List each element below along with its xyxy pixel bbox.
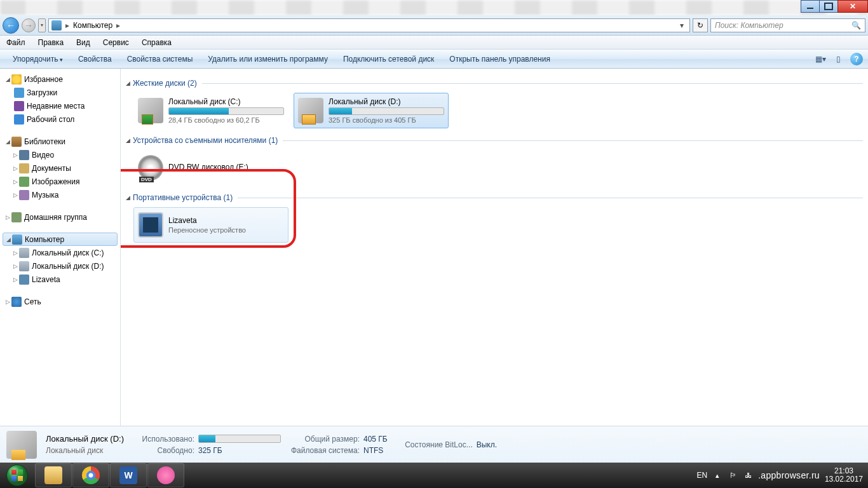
hdd-group-header[interactable]: ◢ Жесткие диски (2) — [126, 79, 863, 88]
sidebar-videos[interactable]: ▷Видео — [0, 148, 120, 161]
task-chrome[interactable] — [72, 463, 109, 487]
details-pane: Локальный диск (D:) Локальный диск Испол… — [0, 426, 868, 463]
taskbar: W EN ▴ 🏳 🖧 .appbrowser.ru 21:03 13.02.20… — [0, 463, 868, 488]
menu-file[interactable]: Файл — [0, 36, 32, 49]
command-bar: Упорядочить Свойства Свойства системы Уд… — [0, 50, 868, 69]
help-button[interactable]: ? — [850, 53, 863, 65]
task-itunes[interactable] — [147, 463, 184, 487]
address-bar[interactable]: ▸ Компьютер ▸ ▾ — [48, 18, 690, 32]
portable-icon — [19, 274, 29, 285]
menu-bar: Файл Правка Вид Сервис Справка — [0, 36, 868, 50]
details-drive-icon — [6, 431, 37, 459]
recent-icon — [14, 101, 24, 111]
flag-icon[interactable]: 🏳 — [728, 470, 738, 480]
drive-c-tile[interactable]: Локальный диск (C:) 28,4 ГБ свободно из … — [133, 93, 288, 128]
drive-icon — [19, 261, 29, 271]
breadcrumb-arrow-icon[interactable]: ▸ — [64, 21, 71, 30]
sidebar-drive-c[interactable]: ▷Локальный диск (C:) — [0, 246, 120, 259]
documents-icon — [19, 163, 29, 173]
music-icon — [19, 190, 29, 200]
forward-button[interactable]: → — [22, 18, 36, 32]
word-icon: W — [119, 466, 137, 484]
sidebar-documents[interactable]: ▷Документы — [0, 161, 120, 175]
close-button[interactable] — [837, 0, 868, 13]
dvd-icon — [138, 155, 163, 180]
portable-group-header[interactable]: ◢ Портативные устройства (1) — [126, 193, 863, 202]
favorites-group[interactable]: ◢Избранное — [0, 72, 120, 86]
breadcrumb-arrow-icon[interactable]: ▸ — [115, 21, 121, 30]
network-item[interactable]: ▷Сеть — [0, 295, 120, 308]
sidebar-lizaveta[interactable]: ▷Lizaveta — [0, 273, 120, 286]
star-icon — [11, 74, 22, 85]
lizaveta-tile[interactable]: Lizaveta Переносное устройство — [133, 207, 288, 243]
removable-group-header[interactable]: ◢ Устройства со съемными носителями (1) — [126, 136, 863, 145]
video-icon — [19, 150, 29, 160]
sidebar-pictures[interactable]: ▷Изображения — [0, 175, 120, 188]
maximize-button[interactable] — [819, 0, 838, 13]
itunes-icon — [157, 466, 175, 484]
task-word[interactable]: W — [110, 463, 147, 487]
menu-help[interactable]: Справка — [135, 36, 178, 49]
network-tray-icon[interactable]: 🖧 — [743, 470, 753, 480]
back-button[interactable]: ← — [3, 17, 19, 34]
windows-logo-icon — [6, 464, 28, 486]
computer-item[interactable]: ◢Компьютер — [3, 233, 118, 246]
navigation-pane: ◢Избранное Загрузки Недавние места Рабоч… — [0, 69, 121, 426]
language-indicator[interactable]: EN — [696, 471, 707, 480]
system-tray: EN ▴ 🏳 🖧 .appbrowser.ru 21:03 13.02.2017 — [696, 467, 868, 484]
capacity-bar — [329, 107, 444, 115]
start-button[interactable] — [0, 463, 34, 488]
watermark-text: .appbrowser.ru — [758, 470, 820, 480]
homegroup-item[interactable]: ▷Домашняя группа — [0, 210, 120, 224]
organize-button[interactable]: Упорядочить — [5, 52, 71, 66]
drive-d-tile[interactable]: Локальный диск (D:) 325 ГБ свободно из 4… — [294, 93, 449, 128]
background-blur — [0, 0, 868, 15]
libraries-icon — [11, 137, 22, 147]
view-mode-button[interactable]: ▦▾ — [812, 52, 829, 66]
uninstall-button[interactable]: Удалить или изменить программу — [200, 52, 336, 66]
map-drive-button[interactable]: Подключить сетевой диск — [336, 52, 442, 66]
drive-icon — [19, 248, 29, 258]
explorer-icon — [44, 466, 62, 484]
sidebar-drive-d[interactable]: ▷Локальный диск (D:) — [0, 259, 120, 273]
desktop-icon — [14, 114, 24, 125]
task-explorer[interactable] — [35, 463, 72, 487]
clock[interactable]: 21:03 13.02.2017 — [825, 467, 863, 484]
pictures-icon — [19, 177, 29, 187]
computer-icon — [12, 234, 22, 245]
properties-button[interactable]: Свойства — [71, 52, 119, 66]
address-dropdown-icon[interactable]: ▾ — [677, 21, 687, 30]
network-icon — [11, 297, 22, 307]
libraries-group[interactable]: ◢Библиотеки — [0, 135, 120, 148]
tray-chevron-icon[interactable]: ▴ — [712, 470, 722, 480]
hdd-icon — [298, 98, 323, 123]
window-controls — [801, 0, 868, 14]
search-input[interactable]: Поиск: Компьютер 🔍 — [710, 18, 865, 32]
chrome-icon — [82, 466, 100, 484]
capacity-bar — [168, 107, 284, 115]
computer-icon — [51, 20, 62, 30]
navigation-bar: ← → ▾ ▸ Компьютер ▸ ▾ ↻ Поиск: Компьютер… — [0, 15, 868, 36]
menu-edit[interactable]: Правка — [32, 36, 71, 49]
search-placeholder: Поиск: Компьютер — [715, 21, 783, 30]
sidebar-downloads[interactable]: Загрузки — [0, 86, 120, 99]
sidebar-music[interactable]: ▷Музыка — [0, 188, 120, 201]
menu-view[interactable]: Вид — [70, 36, 97, 49]
control-panel-button[interactable]: Открыть панель управления — [442, 52, 558, 66]
breadcrumb-computer[interactable]: Компьютер — [71, 20, 115, 31]
details-capacity-bar — [198, 435, 281, 443]
system-properties-button[interactable]: Свойства системы — [119, 52, 201, 66]
sidebar-recent[interactable]: Недавние места — [0, 99, 120, 112]
downloads-icon — [14, 88, 24, 98]
homegroup-icon — [11, 212, 22, 222]
minimize-button[interactable] — [801, 0, 820, 13]
portable-device-icon — [138, 212, 163, 238]
sidebar-desktop[interactable]: Рабочий стол — [0, 112, 120, 126]
history-dropdown[interactable]: ▾ — [38, 18, 46, 32]
menu-tools[interactable]: Сервис — [97, 36, 135, 49]
preview-pane-button[interactable]: ▯ — [830, 52, 846, 66]
search-icon[interactable]: 🔍 — [851, 21, 861, 30]
hdd-icon — [138, 98, 163, 123]
refresh-button[interactable]: ↻ — [693, 18, 708, 32]
dvd-drive-tile[interactable]: DVD RW дисковод (E:) — [133, 150, 288, 186]
